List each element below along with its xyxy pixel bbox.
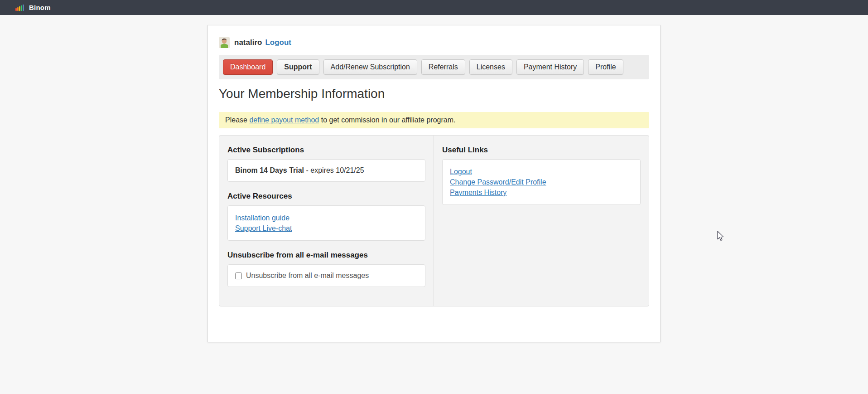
active-resources-heading: Active Resources: [227, 192, 425, 201]
tab-referrals[interactable]: Referrals: [421, 59, 465, 75]
subscription-box: Binom 14 Days Trial - expires 10/21/25: [227, 159, 425, 182]
useful-links-box: Logout Change Password/Edit Profile Paym…: [442, 159, 641, 205]
tab-dashboard[interactable]: Dashboard: [223, 59, 273, 75]
brand-name: Binom: [29, 4, 51, 11]
tab-add-renew-subscription[interactable]: Add/Renew Subscription: [323, 59, 417, 75]
alert-text-prefix: Please: [225, 116, 249, 124]
useful-link-logout[interactable]: Logout: [450, 166, 633, 177]
useful-link-change-password[interactable]: Change Password/Edit Profile: [450, 177, 633, 187]
username: nataliro: [234, 38, 262, 47]
membership-card: nataliro Logout Dashboard Support Add/Re…: [207, 25, 661, 342]
unsubscribe-checkbox-label: Unsubscribe from all e-mail messages: [246, 272, 369, 280]
membership-panel: Active Subscriptions Binom 14 Days Trial…: [219, 135, 649, 306]
define-payout-method-link[interactable]: define payout method: [249, 116, 319, 124]
subscription-name: Binom 14 Days Trial: [235, 166, 304, 174]
support-live-chat-link[interactable]: Support Live-chat: [235, 223, 418, 233]
unsubscribe-checkbox[interactable]: [235, 272, 242, 279]
user-row: nataliro Logout: [219, 37, 649, 48]
left-column: Active Subscriptions Binom 14 Days Trial…: [219, 136, 434, 306]
avatar: [219, 37, 230, 48]
tab-payment-history[interactable]: Payment History: [516, 59, 584, 75]
top-bar: Binom: [0, 0, 868, 15]
page-title: Your Membership Information: [219, 87, 649, 101]
useful-link-payments-history[interactable]: Payments History: [450, 187, 633, 198]
subscription-expiry: - expires 10/21/25: [304, 166, 364, 174]
active-subscriptions-heading: Active Subscriptions: [227, 146, 425, 155]
alert-text-suffix: to get commission in our affiliate progr…: [319, 116, 455, 124]
unsubscribe-box: Unsubscribe from all e-mail messages: [227, 264, 425, 287]
payout-alert: Please define payout method to get commi…: [219, 112, 649, 128]
useful-links-heading: Useful Links: [442, 146, 641, 155]
bar-chart-icon: [15, 5, 24, 11]
resources-box: Installation guide Support Live-chat: [227, 205, 425, 241]
right-column: Useful Links Logout Change Password/Edit…: [434, 136, 649, 306]
installation-guide-link[interactable]: Installation guide: [235, 213, 418, 223]
tab-licenses[interactable]: Licenses: [469, 59, 512, 75]
tab-support[interactable]: Support: [277, 59, 319, 75]
mouse-cursor-icon: [717, 231, 724, 242]
logout-link[interactable]: Logout: [265, 38, 291, 47]
nav-strip: Dashboard Support Add/Renew Subscription…: [219, 55, 649, 79]
tab-profile[interactable]: Profile: [588, 59, 623, 75]
unsubscribe-heading: Unsubscribe from all e-mail messages: [227, 251, 425, 260]
